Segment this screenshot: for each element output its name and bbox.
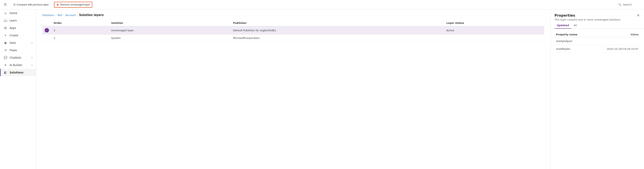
prop-value-col-header: Value	[590, 32, 640, 37]
breadcrumb-current: Solution layers	[79, 13, 104, 17]
close-icon: ✕	[637, 14, 640, 17]
ai-builder-icon: ✦	[4, 63, 7, 67]
row-check-cell	[42, 35, 51, 42]
data-icon: ◉	[4, 41, 7, 45]
solution-layers-table: Order Solution Publisher Layer status ✓2…	[42, 20, 544, 42]
search-label: Search	[623, 3, 632, 6]
home-icon: ⌂	[4, 11, 7, 15]
hamburger-icon: ☰	[4, 3, 7, 6]
compare-icon: ⧉	[14, 3, 16, 6]
sidebar-item-label-create: Create	[10, 34, 18, 37]
row-check-cell: ✓	[42, 26, 51, 35]
remove-label: Remove unmanaged layer	[60, 3, 90, 6]
panel-title: Properties	[554, 13, 621, 17]
search-icon: 🔍	[618, 3, 622, 6]
sidebar-item-label-home: Home	[10, 12, 17, 15]
property-value	[590, 37, 640, 45]
breadcrumb-crumb-2[interactable]: Account	[66, 14, 76, 17]
table-area: Order Solution Publisher Layer status ✓2…	[36, 18, 550, 169]
row-publisher: Default Publisher for orgbe1fed61	[231, 26, 444, 35]
sidebar-item-apps[interactable]: ⊞Apps	[0, 24, 36, 32]
panel-body: Property name Value entityhelpurlmodifie…	[550, 29, 644, 169]
property-row: entityhelpurl	[554, 37, 640, 45]
row-solution: System	[109, 35, 231, 42]
sidebar-item-label-data: Data	[10, 41, 16, 44]
panel-title-area: Properties This layer contains one or mo…	[554, 13, 621, 21]
solutions-icon: ◧	[4, 71, 7, 74]
chatbots-chevron-icon: ∨	[31, 57, 33, 59]
breadcrumb-crumb-1[interactable]: Test	[57, 14, 62, 17]
sidebar-item-learn[interactable]: 📖Learn	[0, 17, 36, 24]
col-check	[42, 20, 51, 26]
check-circle-icon: ✓	[45, 28, 49, 33]
ai-builder-chevron-icon: ∨	[31, 64, 33, 66]
learn-icon: 📖	[4, 19, 7, 22]
breadcrumb-separator: ›	[55, 14, 56, 17]
col-order: Order	[51, 20, 109, 26]
property-value: 2020-10-16T19:29:24:97	[590, 45, 640, 53]
col-solution: Solution	[109, 20, 231, 26]
row-layer_status: Active	[444, 26, 544, 35]
panel-tab-updated[interactable]: Updated	[554, 22, 571, 29]
compare-label: Compare with previous layer	[16, 3, 49, 6]
row-solution: Unmanaged layer	[109, 26, 231, 35]
compare-button[interactable]: ⧉ Compare with previous layer	[11, 2, 51, 8]
hamburger-button[interactable]: ☰	[2, 1, 8, 8]
table-row[interactable]: 1SystemMicrosoftCorporation	[42, 35, 544, 42]
panel-header: Properties This layer contains one or mo…	[550, 9, 644, 22]
sidebar-item-chatbots[interactable]: 💬Chatbots∨	[0, 54, 36, 61]
data-chevron-icon: ∨	[31, 42, 33, 44]
sidebar-item-solutions[interactable]: ◧Solutions	[0, 69, 36, 76]
panel-close-button[interactable]: ✕	[636, 13, 640, 18]
panel-tabs: UpdatedAll	[550, 22, 644, 29]
properties-panel: Properties This layer contains one or mo…	[550, 9, 644, 169]
chatbots-icon: 💬	[4, 56, 7, 59]
properties-table: Property name Value entityhelpurlmodifie…	[554, 32, 640, 53]
panel-subtitle: This layer contains one or more unmanage…	[554, 18, 621, 21]
sidebar-item-label-flows: Flows	[10, 49, 17, 52]
panel-tab-all[interactable]: All	[571, 22, 579, 29]
top-bar-left: ☰ ⧉ Compare with previous layer 🗑 Remove…	[2, 1, 617, 8]
table-row[interactable]: ✓2Unmanaged layerDefault Publisher for o…	[42, 26, 544, 35]
sidebar-item-label-apps: Apps	[10, 26, 16, 30]
sidebar-item-create[interactable]: +Create	[0, 32, 36, 39]
property-name: entityhelpurl	[554, 37, 590, 45]
top-bar: ☰ ⧉ Compare with previous layer 🗑 Remove…	[0, 0, 644, 9]
property-name: modifiedon	[554, 45, 590, 53]
sidebar-item-ai-builder[interactable]: ✦AI Builder∨	[0, 61, 36, 69]
flows-icon: ↺	[4, 49, 7, 52]
sidebar-item-label-learn: Learn	[10, 19, 17, 22]
col-layer-status: Layer status	[444, 20, 544, 26]
row-order: 2	[51, 26, 109, 35]
col-publisher: Publisher	[231, 20, 444, 26]
sidebar-item-label-ai-builder: AI Builder	[10, 64, 22, 67]
sidebar-item-data[interactable]: ◉Data∨	[0, 39, 36, 47]
breadcrumb: Solutions›Test›Account›Solution layers	[36, 9, 550, 18]
trash-icon: 🗑	[56, 3, 59, 6]
row-order: 1	[51, 35, 109, 42]
row-layer_status	[444, 35, 544, 42]
create-icon: +	[4, 34, 7, 37]
sidebar-item-label-chatbots: Chatbots	[10, 56, 22, 59]
search-area[interactable]: 🔍 Search	[618, 3, 642, 6]
breadcrumb-separator: ›	[77, 14, 78, 17]
apps-icon: ⊞	[4, 26, 7, 30]
sidebar: ⌂Home📖Learn⊞Apps+Create◉Data∨↺Flows💬Chat…	[0, 9, 36, 169]
content-area: Solutions›Test›Account›Solution layers O…	[36, 9, 550, 169]
main-layout: ⌂Home📖Learn⊞Apps+Create◉Data∨↺Flows💬Chat…	[0, 9, 644, 169]
sidebar-item-home[interactable]: ⌂Home	[0, 9, 36, 17]
property-row: modifiedon2020-10-16T19:29:24:97	[554, 45, 640, 53]
prop-name-col-header: Property name	[554, 32, 590, 37]
sidebar-item-label-solutions: Solutions	[10, 71, 24, 74]
remove-unmanaged-button[interactable]: 🗑 Remove unmanaged layer	[54, 2, 92, 8]
breadcrumb-crumb-0[interactable]: Solutions	[42, 14, 54, 17]
row-publisher: MicrosoftCorporation	[231, 35, 444, 42]
breadcrumb-separator: ›	[64, 14, 64, 17]
sidebar-item-flows[interactable]: ↺Flows	[0, 47, 36, 54]
